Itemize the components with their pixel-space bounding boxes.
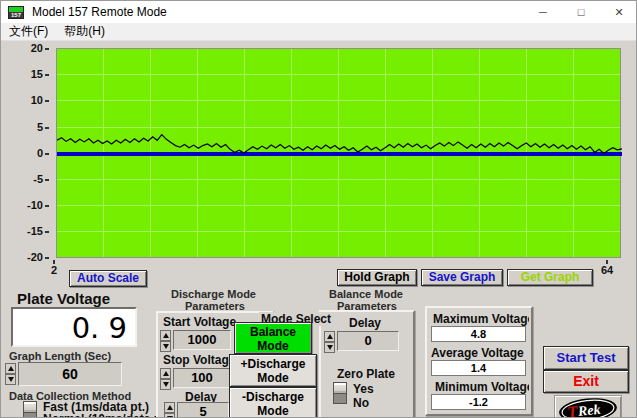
y-tick-5: 5 <box>15 121 49 133</box>
average-voltage-label: Average Voltage <box>431 346 529 360</box>
plate-voltage-label: Plate Voltage <box>17 290 110 307</box>
average-voltage-value: 1.4 <box>431 360 526 376</box>
maximum-voltage-label: Maximum Voltage <box>433 312 529 326</box>
maximize-icon[interactable]: □ <box>562 1 600 23</box>
zero-plate-option-yes[interactable]: Yes <box>353 382 374 396</box>
voltage-trace <box>57 49 622 259</box>
plate-voltage-display: 0. 9 <box>11 307 137 347</box>
zero-plate-label: Zero Plate <box>337 367 395 381</box>
minimum-voltage-label: Minimum Voltage <box>435 380 529 394</box>
start-voltage-input[interactable]: 1000 <box>173 330 231 350</box>
y-tick-10: 10 <box>15 94 49 106</box>
graph-length-spinner[interactable] <box>5 363 16 385</box>
balance-delay-input[interactable]: 0 <box>337 331 399 351</box>
balance-params-title-1: Balance Mode <box>329 288 403 300</box>
hold-graph-button[interactable]: Hold Graph <box>337 269 417 286</box>
data-collection-option-normal[interactable]: Normal (10ms/data pt.) <box>43 412 172 418</box>
stop-voltage-spinner[interactable] <box>160 368 171 390</box>
y-tick-n20: -20 <box>15 251 49 263</box>
minimize-icon[interactable]: ─ <box>524 1 562 23</box>
balance-delay-label: Delay <box>349 316 381 330</box>
zero-plate-switch[interactable] <box>333 382 347 404</box>
maximum-voltage-value: 4.8 <box>431 326 526 342</box>
stop-voltage-label: Stop Voltage <box>163 353 237 367</box>
start-voltage-spinner-up[interactable] <box>160 330 171 341</box>
stop-voltage-input[interactable]: 100 <box>173 368 231 388</box>
title-bar: 157 Model 157 Remote Mode ─ □ ✕ <box>1 1 637 23</box>
y-tick-20: 20 <box>15 42 49 54</box>
balance-delay-spinner[interactable] <box>324 331 335 353</box>
y-tick-15: 15 <box>15 68 49 80</box>
trek-logo: T Rek <box>554 395 622 418</box>
balance-delay-spinner-down[interactable] <box>324 342 335 353</box>
menu-bar: 文件(F) 帮助(H) <box>1 23 637 41</box>
window-title: Model 157 Remote Mode <box>32 5 167 19</box>
start-test-button[interactable]: Start Test <box>543 346 629 370</box>
stop-voltage-spinner-up[interactable] <box>160 368 171 379</box>
x-tick-end: 64 <box>601 260 613 276</box>
start-voltage-spinner-down[interactable] <box>160 341 171 352</box>
menu-file[interactable]: 文件(F) <box>1 23 56 40</box>
graph-length-spinner-down[interactable] <box>5 374 16 385</box>
exit-button[interactable]: Exit <box>543 370 629 393</box>
discharge-delay-spinner-up[interactable] <box>164 402 175 413</box>
balance-delay-spinner-up[interactable] <box>324 331 335 342</box>
y-tick-n15: -15 <box>15 225 49 237</box>
start-voltage-spinner[interactable] <box>160 330 171 352</box>
close-icon[interactable]: ✕ <box>600 1 637 23</box>
plus-discharge-mode-button[interactable]: +Discharge Mode <box>229 354 317 387</box>
svg-text:Rek: Rek <box>576 402 601 418</box>
trek-logo-image: T Rek <box>555 396 621 418</box>
stop-voltage-spinner-down[interactable] <box>160 379 171 390</box>
start-voltage-label: Start Voltage <box>163 315 236 329</box>
discharge-delay-input[interactable]: 5 <box>177 402 229 418</box>
y-tick-n5: -5 <box>15 173 49 185</box>
graph-length-spinner-up[interactable] <box>5 363 16 374</box>
graph-length-input[interactable]: 60 <box>18 362 122 386</box>
balance-mode-button[interactable]: Balance Mode <box>234 322 312 354</box>
graph-length-label: Graph Length (Sec) <box>9 350 111 362</box>
discharge-params-title-1: Discharge Mode <box>171 288 256 300</box>
app-icon: 157 <box>8 6 24 19</box>
minimum-voltage-value: -1.2 <box>431 394 526 410</box>
zero-plate-option-no[interactable]: No <box>353 396 369 410</box>
discharge-delay-spinner[interactable] <box>164 402 175 418</box>
auto-scale-button[interactable]: Auto Scale <box>69 270 147 287</box>
get-graph-button[interactable]: Get Graph <box>507 269 593 286</box>
discharge-delay-spinner-down[interactable] <box>164 413 175 418</box>
model157-window: 157 Model 157 Remote Mode ─ □ ✕ 文件(F) 帮助… <box>0 0 637 418</box>
save-graph-button[interactable]: Save Graph <box>421 269 503 286</box>
x-tick-start: 2 <box>51 260 57 276</box>
menu-help[interactable]: 帮助(H) <box>56 23 113 40</box>
voltage-graph-plot <box>56 48 621 258</box>
minus-discharge-mode-button[interactable]: -Discharge Mode <box>229 387 317 418</box>
data-collection-switch[interactable] <box>23 401 37 418</box>
y-tick-n10: -10 <box>15 199 49 211</box>
y-tick-0: 0 <box>15 147 49 159</box>
